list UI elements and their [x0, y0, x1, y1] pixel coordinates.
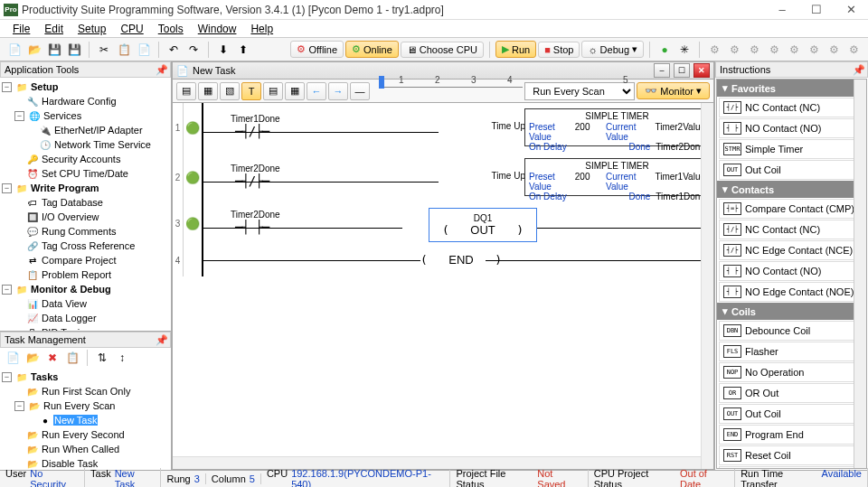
- offline-button[interactable]: ⚙Offline: [290, 41, 344, 58]
- tm-copy-icon[interactable]: 📋: [63, 349, 81, 367]
- doc-min-button[interactable]: –: [654, 63, 670, 78]
- vscrollbar[interactable]: [701, 103, 713, 469]
- tree-datalogger[interactable]: 📈Data Logger: [2, 311, 169, 325]
- instr-item[interactable]: ┤ ├NO Contact (NO): [719, 261, 864, 281]
- dtb-6-icon[interactable]: ▦: [285, 82, 305, 100]
- doc-close-button[interactable]: ✕: [693, 63, 710, 78]
- tree-runsecond[interactable]: 📂Run Every Second: [2, 427, 169, 442]
- tb-saveall-icon[interactable]: 💾: [65, 41, 83, 59]
- tb-misc1-icon[interactable]: ●: [656, 41, 674, 59]
- timer-block[interactable]: SIMPLE TIMER Preset Value200 Current Val…: [524, 158, 710, 196]
- tree-probrep[interactable]: 📋Problem Report: [2, 267, 169, 282]
- tb-gear4-icon[interactable]: ⚙: [765, 41, 783, 59]
- ruler-marker[interactable]: [379, 76, 384, 89]
- tb-copy-icon[interactable]: 📋: [115, 41, 133, 59]
- dtb-5-icon[interactable]: ▤: [263, 82, 283, 100]
- instr-item[interactable]: ┤/├NC Contact (NC): [719, 98, 864, 117]
- tree-nts[interactable]: 🕒Network Time Service: [2, 137, 169, 152]
- section-contacts[interactable]: ▾Contacts: [717, 181, 866, 198]
- menu-edit[interactable]: Edit: [37, 21, 71, 37]
- dtb-next-icon[interactable]: →: [328, 82, 348, 100]
- coil-block[interactable]: DQ1 ( OUT ): [429, 208, 537, 242]
- tb-gear7-icon[interactable]: ⚙: [825, 41, 843, 59]
- tb-gear6-icon[interactable]: ⚙: [805, 41, 823, 59]
- choose-cpu-button[interactable]: 🖥Choose CPU: [401, 42, 484, 58]
- window-close-button[interactable]: ✕: [834, 0, 868, 20]
- tree-time[interactable]: ⏰Set CPU Time/Date: [2, 166, 169, 181]
- menu-window[interactable]: Window: [191, 21, 244, 37]
- window-maximize-button[interactable]: ☐: [799, 0, 834, 20]
- instr-item[interactable]: OROR Out: [719, 383, 864, 403]
- tm-open-icon[interactable]: 📂: [24, 349, 42, 367]
- doc-max-button[interactable]: ☐: [674, 63, 690, 78]
- nc-contact-icon[interactable]: [235, 124, 269, 138]
- tb-misc2-icon[interactable]: ✳: [675, 41, 693, 59]
- rung-2[interactable]: 2 🟢 Timer2Done Time Up SIMPLE TIMER Pres…: [173, 153, 713, 202]
- rung-1[interactable]: 1 🟢 Timer1Done Time Up SIMPLE TIMER Pres…: [173, 103, 713, 153]
- hscrollbar[interactable]: [173, 456, 701, 469]
- instr-item[interactable]: ENDProgram End: [719, 425, 864, 445]
- instr-item[interactable]: FLSFlasher: [719, 342, 864, 361]
- tb-gear5-icon[interactable]: ⚙: [785, 41, 803, 59]
- tm-sortdn-icon[interactable]: ↕: [113, 349, 131, 367]
- tm-sortup-icon[interactable]: ⇅: [93, 349, 111, 367]
- tb-gear1-icon[interactable]: ⚙: [705, 41, 723, 59]
- pin-icon[interactable]: 📌: [156, 334, 166, 346]
- instr-item[interactable]: ┤ ├NO Edge Contact (NOE): [719, 282, 864, 302]
- tree-services[interactable]: −🌐Services: [2, 108, 169, 123]
- menu-setup[interactable]: Setup: [71, 21, 113, 37]
- no-contact-icon[interactable]: [235, 220, 269, 234]
- window-minimize-button[interactable]: –: [765, 0, 799, 20]
- tb-open-icon[interactable]: 📂: [25, 41, 43, 59]
- tree-runcalled[interactable]: 📂Run When Called: [2, 442, 169, 456]
- section-coils[interactable]: ▾Coils: [717, 303, 866, 320]
- tb-save-icon[interactable]: 💾: [45, 41, 63, 59]
- dtb-4-icon[interactable]: T: [241, 82, 261, 100]
- tree-runevery[interactable]: −📂Run Every Scan: [2, 398, 169, 413]
- menu-tools[interactable]: Tools: [151, 21, 191, 37]
- instr-item[interactable]: DBNDebounce Coil: [719, 321, 864, 341]
- tb-redo-icon[interactable]: ↷: [184, 41, 203, 59]
- tree-compare[interactable]: ⇄Compare Project: [2, 253, 169, 267]
- instr-header[interactable]: Instructions 📌: [715, 61, 868, 78]
- tb-gear2-icon[interactable]: ⚙: [725, 41, 743, 59]
- tb-upload-icon[interactable]: ⬇: [214, 41, 232, 59]
- instr-item[interactable]: SETSet Coil: [719, 466, 864, 469]
- instr-scrollbar[interactable]: [854, 80, 866, 468]
- rung-3[interactable]: 3 🟢 Timer2Done DQ1 ( OUT ): [173, 202, 713, 244]
- ladder-editor[interactable]: 1 🟢 Timer1Done Time Up SIMPLE TIMER Pres…: [172, 103, 714, 470]
- instr-item[interactable]: RSTReset Coil: [719, 445, 864, 465]
- instr-item[interactable]: NOPNo Operation: [719, 362, 864, 382]
- tm-new-icon[interactable]: 📄: [4, 349, 22, 367]
- tree-runfirst[interactable]: 📂Run First Scan Only: [2, 384, 169, 398]
- tm-delete-icon[interactable]: ✖: [43, 349, 61, 367]
- dtb-1-icon[interactable]: ▤: [176, 82, 196, 100]
- instr-item[interactable]: ┤/├NC Contact (NC): [719, 220, 864, 239]
- tree-xref[interactable]: 🔗Tag Cross Reference: [2, 239, 169, 253]
- menu-file[interactable]: File: [5, 21, 37, 37]
- tree-rungcomments[interactable]: 💬Rung Comments: [2, 224, 169, 239]
- online-button[interactable]: ⚙Online: [345, 41, 399, 58]
- tree-io[interactable]: 🔲I/O Overview: [2, 210, 169, 224]
- nc-contact-icon[interactable]: [235, 173, 269, 188]
- taskmgmt-header[interactable]: Task Management 📌: [0, 332, 171, 348]
- tree-mondebug[interactable]: −📁Monitor & Debug: [2, 282, 169, 296]
- tree-setup[interactable]: −📁Setup: [2, 80, 169, 94]
- menu-help[interactable]: Help: [243, 21, 280, 37]
- instr-item[interactable]: ┤/├NC Edge Contact (NCE): [719, 240, 864, 260]
- pin-icon[interactable]: 📌: [853, 64, 863, 76]
- tree-security[interactable]: 🔑Security Accounts: [2, 152, 169, 166]
- rung-4[interactable]: 4 ( END ): [173, 244, 713, 276]
- debug-button[interactable]: ☼Debug▾: [581, 41, 644, 58]
- instr-item[interactable]: ┤ ├NO Contact (NO): [719, 118, 864, 138]
- tb-cut-icon[interactable]: ✂: [95, 41, 113, 59]
- dtb-prev-icon[interactable]: ←: [307, 82, 326, 100]
- tree-ethernet[interactable]: 🔌EtherNet/IP Adapter: [2, 123, 169, 137]
- instr-item[interactable]: OUTOut Coil: [719, 160, 864, 180]
- tb-download-icon[interactable]: ⬆: [234, 41, 252, 59]
- tree-newtask[interactable]: ●New Task: [2, 413, 169, 427]
- tb-paste-icon[interactable]: 📄: [135, 41, 153, 59]
- scan-select[interactable]: Run Every Scan: [524, 82, 635, 100]
- stop-button[interactable]: ■Stop: [538, 42, 580, 58]
- tb-undo-icon[interactable]: ↶: [165, 41, 183, 59]
